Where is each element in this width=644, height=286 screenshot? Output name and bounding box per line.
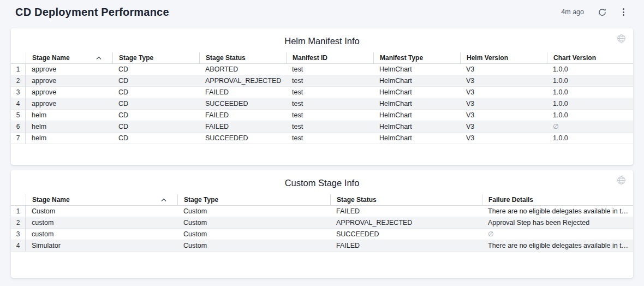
table-row: 5helmCDFAILEDtestHelmChartV31.0.0: [11, 110, 633, 121]
table-row: 1approveCDABORTEDtestHelmChartV31.0.0: [11, 64, 633, 75]
table-cell: V3: [460, 121, 547, 133]
panel-title: Custom Stage Info: [11, 178, 633, 188]
table-cell: approve: [26, 75, 112, 87]
column-label: Chart Version: [553, 52, 596, 64]
table-header-row: Stage NameStage TypeStage StatusManifest…: [11, 52, 633, 64]
column-header-manifest-id[interactable]: Manifest ID: [286, 52, 373, 64]
table-cell: Simulator: [26, 240, 177, 252]
panel-helm-manifest-info: Helm Manifest Info Stage NameStage TypeS…: [11, 28, 633, 165]
table-cell: FAILED: [330, 206, 482, 217]
table-cell: HelmChart: [373, 64, 460, 75]
table-cell: CD: [112, 133, 199, 144]
table-cell: APPROVAL_REJECTED: [330, 217, 482, 229]
table-cell: CD: [112, 121, 199, 133]
table-cell: 1.0.0: [547, 75, 633, 87]
table-cell: V3: [460, 110, 547, 121]
table-cell: ABORTED: [199, 64, 286, 75]
column-header-stage-status[interactable]: Stage Status: [199, 52, 286, 64]
table-cell: CD: [112, 75, 199, 87]
table-cell: V3: [460, 133, 547, 144]
row-number: 4: [11, 240, 26, 252]
column-label: Stage Name: [32, 194, 70, 206]
kebab-menu-icon: [623, 8, 624, 10]
sort-ascending-icon: [96, 56, 102, 60]
table-cell: test: [286, 87, 373, 98]
table-cell: HelmChart: [373, 110, 460, 121]
table-cell: CD: [112, 110, 199, 121]
column-header-stage-name[interactable]: Stage Name: [26, 194, 177, 206]
globe-icon: [617, 34, 626, 43]
table-row: 6helmCDFAILEDtestHelmChartV3∅: [11, 121, 633, 133]
column-header-helm-version[interactable]: Helm Version: [460, 52, 547, 64]
column-header-manifest-type[interactable]: Manifest Type: [373, 52, 460, 64]
row-number: 1: [11, 64, 26, 75]
table-cell: test: [286, 98, 373, 110]
table-cell: HelmChart: [373, 133, 460, 144]
table-cell: 1.0.0: [547, 64, 633, 75]
column-label: Helm Version: [467, 52, 508, 64]
table-cell: ∅: [547, 121, 633, 133]
row-number: 4: [11, 98, 26, 110]
globe-icon: [617, 176, 626, 185]
table-cell: test: [286, 133, 373, 144]
table-cell: test: [286, 110, 373, 121]
table-cell: CD: [112, 98, 199, 110]
column-header-stage-type[interactable]: Stage Type: [177, 194, 330, 206]
row-number: 2: [11, 217, 26, 229]
column-label: Manifest Type: [380, 52, 423, 64]
table-cell: There are no eligible delegates availabl…: [482, 206, 633, 217]
table-cell: ∅: [482, 229, 633, 240]
table-cell: approve: [26, 64, 112, 75]
table-row: 2approveCDAPPROVAL_REJECTEDtestHelmChart…: [11, 75, 633, 87]
table-cell: custom: [26, 229, 177, 240]
column-label: Stage Status: [206, 52, 246, 64]
table-cell: SUCCEEDED: [199, 133, 286, 144]
row-number-header: [11, 194, 26, 206]
column-header-failure-details[interactable]: Failure Details: [482, 194, 633, 206]
panel-title: Helm Manifest Info: [11, 36, 633, 46]
column-label: Manifest ID: [293, 52, 327, 64]
table-cell: HelmChart: [373, 75, 460, 87]
table-cell: helm: [26, 133, 112, 144]
table-cell: HelmChart: [373, 121, 460, 133]
table-row: 3approveCDFAILEDtestHelmChartV31.0.0: [11, 87, 633, 98]
table-cell: approve: [26, 98, 112, 110]
sort-ascending-icon: [161, 198, 166, 202]
panel-menu-button[interactable]: [619, 6, 628, 18]
table-cell: test: [286, 75, 373, 87]
refresh-button[interactable]: [596, 6, 609, 19]
column-label: Stage Type: [184, 194, 218, 206]
column-header-stage-type[interactable]: Stage Type: [112, 52, 199, 64]
row-number: 2: [11, 75, 26, 87]
column-label: Stage Status: [337, 194, 377, 206]
row-number: 5: [11, 110, 26, 121]
table-header-row: Stage NameStage TypeStage StatusFailure …: [11, 194, 633, 206]
row-number: 7: [11, 133, 26, 144]
table-cell: test: [286, 64, 373, 75]
page-title: CD Deployment Performance: [15, 6, 561, 19]
table-cell: FAILED: [330, 240, 482, 252]
helm-manifest-table: Stage NameStage TypeStage StatusManifest…: [11, 52, 633, 144]
custom-stage-table: Stage NameStage TypeStage StatusFailure …: [11, 194, 633, 252]
row-number: 3: [11, 229, 26, 240]
table-cell: CD: [112, 87, 199, 98]
column-header-stage-name[interactable]: Stage Name: [26, 52, 112, 64]
table-cell: helm: [26, 121, 112, 133]
table-cell: V3: [460, 87, 547, 98]
column-label: Stage Type: [119, 52, 153, 64]
table-cell: Custom: [177, 229, 330, 240]
table-cell: test: [286, 121, 373, 133]
column-label: Failure Details: [488, 194, 533, 206]
column-header-chart-version[interactable]: Chart Version: [547, 52, 633, 64]
table-row: 1CustomCustomFAILEDThere are no eligible…: [11, 206, 633, 217]
table-cell: FAILED: [199, 110, 286, 121]
table-cell: Custom: [177, 206, 330, 217]
last-refresh-time: 4m ago: [561, 8, 584, 16]
table-cell: Custom: [26, 206, 177, 217]
table-row: 3customCustomSUCCEEDED∅: [11, 229, 633, 240]
table-cell: helm: [26, 110, 112, 121]
row-number: 3: [11, 87, 26, 98]
table-cell: Custom: [177, 217, 330, 229]
table-cell: V3: [460, 98, 547, 110]
column-header-stage-status[interactable]: Stage Status: [330, 194, 482, 206]
